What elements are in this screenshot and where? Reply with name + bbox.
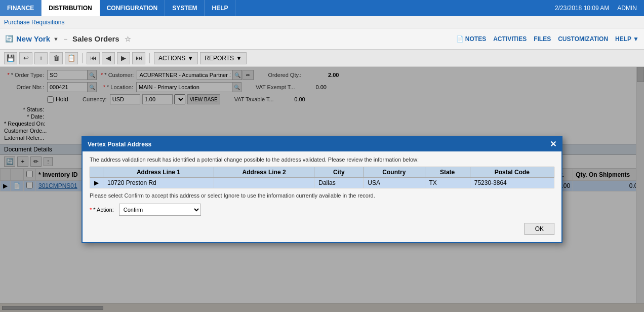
modal-country-cell: USA xyxy=(364,177,425,188)
page-right-actions: 📄 NOTES ACTIVITIES FILES CUSTOMIZATION H… xyxy=(456,35,639,43)
modal-overlay: Vertex Postal Address ✕ The address vali… xyxy=(0,67,644,312)
activities-button[interactable]: ACTIVITIES xyxy=(493,35,527,43)
breadcrumb: Purchase Requisitions xyxy=(0,16,644,28)
modal-col-select xyxy=(90,167,103,177)
delete-button[interactable]: 🗑 xyxy=(50,52,63,64)
save-button[interactable]: 💾 xyxy=(4,52,17,64)
notes-icon: 📄 xyxy=(456,35,464,43)
help-button[interactable]: HELP ▼ xyxy=(615,35,639,43)
next-button[interactable]: ▶ xyxy=(117,52,130,64)
copy-button[interactable]: 📋 xyxy=(65,52,78,64)
modal-state-cell: TX xyxy=(425,177,470,188)
modal-col-city: City xyxy=(314,167,364,177)
top-navigation: FINANCE DISTRIBUTION CONFIGURATION SYSTE… xyxy=(0,0,644,16)
modal-close-button[interactable]: ✕ xyxy=(550,140,556,148)
favorite-star-icon[interactable]: ☆ xyxy=(125,35,131,43)
modal-row-arrow: ▶ xyxy=(90,177,103,188)
modal-addr2-cell xyxy=(214,177,314,188)
modal-message: The address validation result has identi… xyxy=(90,157,554,163)
modal-header: Vertex Postal Address ✕ xyxy=(83,137,561,151)
toolbar-separator xyxy=(82,53,83,63)
datetime-display: 2/23/2018 10:09 AM xyxy=(555,5,609,12)
modal-col-addr2: Address Line 2 xyxy=(214,167,314,177)
modal-address-table: Address Line 1 Address Line 2 City Count… xyxy=(90,167,554,188)
nav-system[interactable]: SYSTEM xyxy=(165,0,205,16)
notes-button[interactable]: 📄 NOTES xyxy=(456,35,486,43)
add-button[interactable]: + xyxy=(34,52,48,64)
modal-ok-button[interactable]: OK xyxy=(525,223,554,235)
modal-city-cell: Dallas xyxy=(314,177,364,188)
vertex-postal-address-modal: Vertex Postal Address ✕ The address vali… xyxy=(82,136,562,243)
nav-configuration[interactable]: CONFIGURATION xyxy=(100,0,165,16)
prev-button[interactable]: ◀ xyxy=(102,52,115,64)
modal-select-message: Please select Confirm to accept this add… xyxy=(90,192,554,199)
last-button[interactable]: ⏭ xyxy=(132,52,145,64)
breadcrumb-text[interactable]: Purchase Requisitions xyxy=(4,19,64,26)
modal-addr1-cell: 10720 Preston Rd xyxy=(103,177,214,188)
nav-right: 2/23/2018 10:09 AM ADMIN xyxy=(548,0,644,16)
modal-action-label: * Action: xyxy=(90,207,114,213)
toolbar-separator-2 xyxy=(149,53,150,63)
modal-col-state: State xyxy=(425,167,470,177)
customization-button[interactable]: CUSTOMIZATION xyxy=(558,35,608,43)
modal-table-row[interactable]: ▶ 10720 Preston Rd Dallas USA TX 75230-3… xyxy=(90,177,554,188)
page-title: Sales Orders xyxy=(72,34,119,43)
reports-arrow-icon: ▼ xyxy=(236,55,242,62)
branch-selector[interactable]: New York xyxy=(16,34,50,43)
actions-label: ACTIONS xyxy=(158,55,185,62)
modal-title: Vertex Postal Address xyxy=(88,141,151,148)
modal-action-row: * Action: Confirm Ignore xyxy=(90,204,554,216)
modal-col-addr1: Address Line 1 xyxy=(103,167,214,177)
refresh-icon[interactable]: 🔄 xyxy=(5,35,13,43)
reports-label: REPORTS xyxy=(205,55,234,62)
title-area: 🔄 New York ▼ – Sales Orders ☆ xyxy=(5,34,131,43)
first-button[interactable]: ⏮ xyxy=(87,52,100,64)
nav-help[interactable]: HELP xyxy=(205,0,235,16)
modal-footer: OK xyxy=(90,221,554,237)
modal-body: The address validation result has identi… xyxy=(83,151,561,242)
page-header: 🔄 New York ▼ – Sales Orders ☆ 📄 NOTES AC… xyxy=(0,28,644,50)
branch-arrow-icon: ▼ xyxy=(53,36,59,42)
nav-distribution[interactable]: DISTRIBUTION xyxy=(42,0,99,16)
nav-finance[interactable]: FINANCE xyxy=(0,0,42,16)
modal-col-country: Country xyxy=(364,167,425,177)
modal-action-select[interactable]: Confirm Ignore xyxy=(119,204,200,215)
actions-arrow-icon: ▼ xyxy=(187,55,193,62)
reports-dropdown[interactable]: REPORTS ▼ xyxy=(200,52,247,64)
modal-col-postal: Postal Code xyxy=(470,167,554,177)
files-button[interactable]: FILES xyxy=(534,35,551,43)
actions-dropdown[interactable]: ACTIONS ▼ xyxy=(154,52,198,64)
main-toolbar: 💾 ↩ + 🗑 📋 ⏮ ◀ ▶ ⏭ ACTIONS ▼ REPORTS ▼ xyxy=(0,50,644,67)
help-arrow-icon: ▼ xyxy=(633,35,639,43)
undo-button[interactable]: ↩ xyxy=(19,52,32,64)
modal-postal-cell: 75230-3864 xyxy=(470,177,554,188)
user-display: ADMIN xyxy=(617,5,637,12)
